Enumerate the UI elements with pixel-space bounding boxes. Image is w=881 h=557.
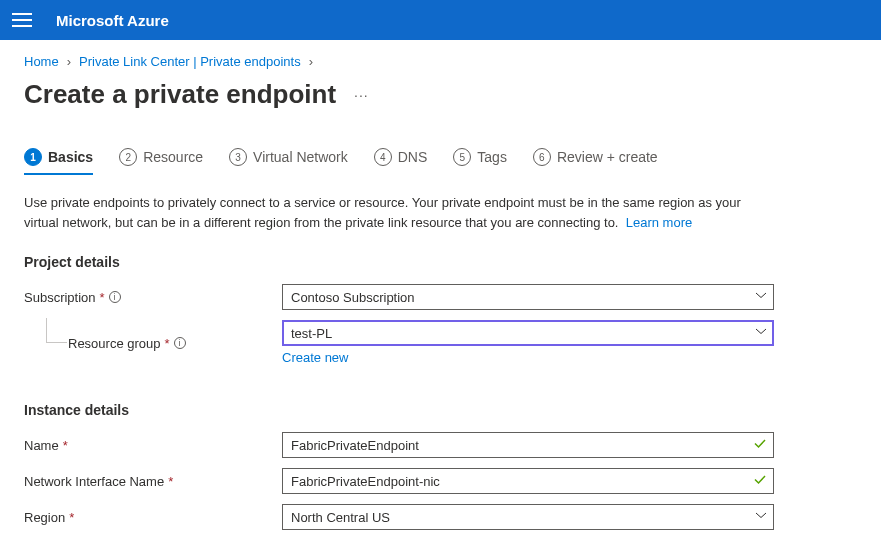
- title-row: Create a private endpoint ···: [24, 79, 857, 110]
- label-nic-name: Network Interface Name *: [24, 474, 282, 489]
- step-number-icon: 4: [374, 148, 392, 166]
- required-icon: *: [100, 290, 105, 305]
- label-text: Network Interface Name: [24, 474, 164, 489]
- breadcrumb-separator: ›: [309, 54, 313, 69]
- step-number-icon: 1: [24, 148, 42, 166]
- label-name: Name *: [24, 438, 282, 453]
- label-text: Subscription: [24, 290, 96, 305]
- info-icon[interactable]: i: [109, 291, 121, 303]
- label-subscription: Subscription * i: [24, 290, 282, 305]
- section-title-instance: Instance details: [24, 402, 857, 418]
- top-bar: Microsoft Azure: [0, 0, 881, 40]
- brand-label: Microsoft Azure: [56, 12, 169, 29]
- breadcrumb-private-link-center[interactable]: Private Link Center | Private endpoints: [79, 54, 301, 69]
- row-subscription: Subscription * i Contoso Subscription: [24, 284, 857, 310]
- wizard-tabs: 1 Basics 2 Resource 3 Virtual Network 4 …: [24, 148, 857, 175]
- subscription-select[interactable]: Contoso Subscription: [282, 284, 774, 310]
- tab-resource[interactable]: 2 Resource: [119, 148, 203, 174]
- label-text: Resource group: [68, 336, 161, 351]
- row-nic-name: Network Interface Name * FabricPrivateEn…: [24, 468, 857, 494]
- resource-group-select[interactable]: test-PL: [282, 320, 774, 346]
- step-number-icon: 5: [453, 148, 471, 166]
- select-value: North Central US: [291, 510, 390, 525]
- select-value: test-PL: [291, 326, 332, 341]
- chevron-down-icon: [755, 290, 767, 305]
- required-icon: *: [168, 474, 173, 489]
- required-icon: *: [69, 510, 74, 525]
- section-title-project: Project details: [24, 254, 857, 270]
- content-area: Home › Private Link Center | Private end…: [0, 40, 881, 530]
- required-icon: *: [63, 438, 68, 453]
- breadcrumb-home[interactable]: Home: [24, 54, 59, 69]
- check-icon: [753, 437, 767, 454]
- tab-tags[interactable]: 5 Tags: [453, 148, 507, 174]
- label-text: Region: [24, 510, 65, 525]
- required-icon: *: [165, 336, 170, 351]
- tab-label: Tags: [477, 149, 507, 165]
- tab-dns[interactable]: 4 DNS: [374, 148, 428, 174]
- step-number-icon: 6: [533, 148, 551, 166]
- step-number-icon: 3: [229, 148, 247, 166]
- chevron-down-icon: [755, 510, 767, 525]
- select-value: Contoso Subscription: [291, 290, 415, 305]
- name-input[interactable]: FabricPrivateEndpoint: [282, 432, 774, 458]
- label-region: Region *: [24, 510, 282, 525]
- info-icon[interactable]: i: [174, 337, 186, 349]
- tab-review-create[interactable]: 6 Review + create: [533, 148, 658, 174]
- tab-label: Virtual Network: [253, 149, 348, 165]
- tab-label: DNS: [398, 149, 428, 165]
- tab-label: Basics: [48, 149, 93, 165]
- breadcrumb-separator: ›: [67, 54, 71, 69]
- check-icon: [753, 473, 767, 490]
- input-value: FabricPrivateEndpoint-nic: [291, 474, 440, 489]
- tab-virtual-network[interactable]: 3 Virtual Network: [229, 148, 348, 174]
- breadcrumb: Home › Private Link Center | Private end…: [24, 54, 857, 69]
- row-name: Name * FabricPrivateEndpoint: [24, 432, 857, 458]
- intro-text: Use private endpoints to privately conne…: [24, 193, 764, 232]
- create-new-link[interactable]: Create new: [282, 350, 348, 365]
- tab-basics[interactable]: 1 Basics: [24, 148, 93, 174]
- learn-more-link[interactable]: Learn more: [626, 215, 692, 230]
- step-number-icon: 2: [119, 148, 137, 166]
- tab-label: Resource: [143, 149, 203, 165]
- chevron-down-icon: [755, 326, 767, 341]
- hamburger-menu-icon[interactable]: [12, 13, 32, 27]
- region-select[interactable]: North Central US: [282, 504, 774, 530]
- input-value: FabricPrivateEndpoint: [291, 438, 419, 453]
- nic-name-input[interactable]: FabricPrivateEndpoint-nic: [282, 468, 774, 494]
- page-title: Create a private endpoint: [24, 79, 336, 110]
- tab-label: Review + create: [557, 149, 658, 165]
- row-region: Region * North Central US: [24, 504, 857, 530]
- label-resource-group: Resource group * i: [24, 336, 282, 351]
- row-resource-group: Resource group * i test-PL Create new: [24, 320, 857, 366]
- label-text: Name: [24, 438, 59, 453]
- more-actions-icon[interactable]: ···: [354, 87, 369, 103]
